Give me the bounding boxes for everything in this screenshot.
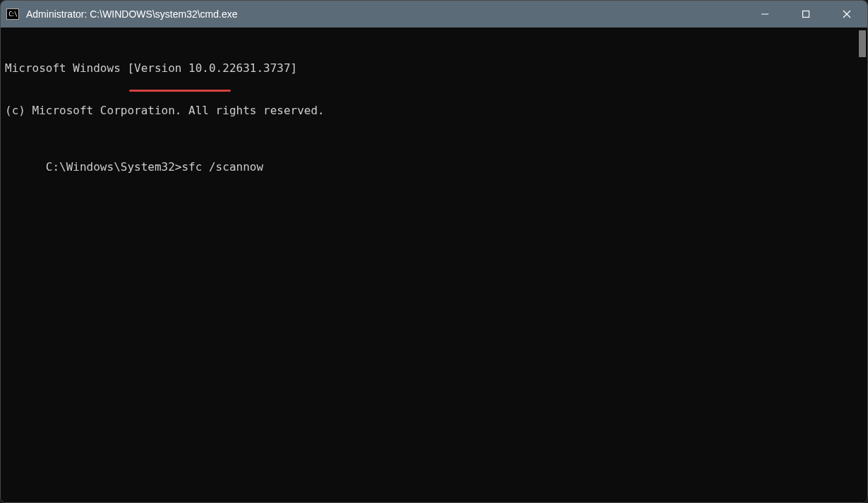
svg-rect-1: [803, 11, 809, 18]
title-left: C:\ Administrator: C:\WINDOWS\system32\c…: [6, 8, 238, 20]
cmd-window: C:\ Administrator: C:\WINDOWS\system32\c…: [0, 0, 868, 503]
maximize-button[interactable]: [785, 1, 826, 28]
maximize-icon: [802, 10, 810, 18]
scrollbar[interactable]: [855, 28, 867, 502]
close-button[interactable]: [826, 1, 867, 28]
terminal-output-line: (c) Microsoft Corporation. All rights re…: [5, 104, 850, 118]
terminal-body: Microsoft Windows [Version 10.0.22631.37…: [1, 28, 867, 502]
underline-annotation: [129, 90, 231, 92]
terminal-output-line: Microsoft Windows [Version 10.0.22631.37…: [5, 61, 850, 75]
scrollbar-thumb[interactable]: [859, 30, 866, 57]
window-title: Administrator: C:\WINDOWS\system32\cmd.e…: [26, 8, 238, 20]
prompt-path: C:\Windows\System32>: [46, 160, 182, 174]
title-bar[interactable]: C:\ Administrator: C:\WINDOWS\system32\c…: [1, 1, 867, 28]
terminal-content[interactable]: Microsoft Windows [Version 10.0.22631.37…: [1, 28, 855, 502]
cmd-icon: C:\: [6, 8, 19, 20]
window-controls: [745, 1, 867, 28]
command-input[interactable]: sfc /scannow: [181, 160, 263, 174]
minimize-icon: [761, 10, 769, 18]
terminal-prompt-line: C:\Windows\System32>sfc /scannow: [46, 160, 263, 174]
close-icon: [843, 10, 851, 18]
minimize-button[interactable]: [745, 1, 785, 28]
